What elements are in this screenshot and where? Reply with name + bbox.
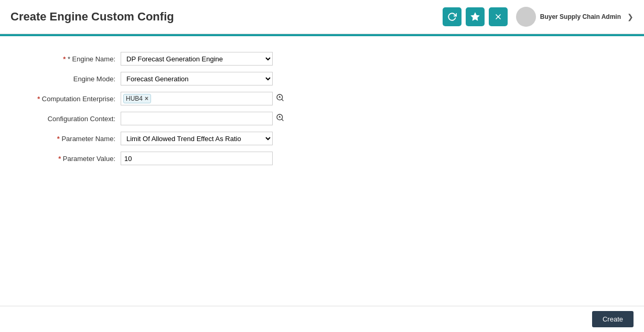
svg-line-8 xyxy=(282,119,283,121)
header-actions: Buyer Supply Chain Admin ❯ xyxy=(443,7,634,27)
computation-enterprise-row: * Computation Enterprise: HUB4 × xyxy=(21,92,294,105)
svg-line-4 xyxy=(282,99,283,101)
configuration-context-search-button[interactable] xyxy=(274,113,286,124)
engine-mode-row: Engine Mode: Forecast Generation xyxy=(21,72,294,85)
svg-marker-0 xyxy=(471,13,479,20)
refresh-button[interactable] xyxy=(443,7,461,26)
hub4-tag-remove[interactable]: × xyxy=(145,95,148,102)
parameter-name-label: * Parameter Name: xyxy=(21,135,121,143)
engine-name-select[interactable]: DP Forecast Generation Engine xyxy=(121,52,273,66)
configuration-context-row: Configuration Context: xyxy=(21,112,294,125)
page-header: Create Engine Custom Config Buyer Supply… xyxy=(0,0,644,34)
configuration-context-label: Configuration Context: xyxy=(21,115,121,123)
computation-enterprise-text-input[interactable] xyxy=(153,95,270,103)
parameter-name-select[interactable]: Limit Of Allowed Trend Effect As Ratio xyxy=(121,132,273,145)
parameter-value-row: * Parameter Value: xyxy=(21,152,294,165)
user-name: Buyer Supply Chain Admin xyxy=(540,13,621,20)
main-content: * * Engine Name: DP Forecast Generation … xyxy=(0,36,644,187)
user-dropdown-arrow[interactable]: ❯ xyxy=(627,13,634,21)
avatar xyxy=(516,7,536,27)
engine-mode-label: Engine Mode: xyxy=(21,75,121,83)
computation-enterprise-label: * Computation Enterprise: xyxy=(21,95,121,103)
parameter-name-row: * Parameter Name: Limit Of Allowed Trend… xyxy=(21,132,294,145)
star-button[interactable] xyxy=(466,7,485,26)
engine-name-row: * * Engine Name: DP Forecast Generation … xyxy=(21,52,294,66)
engine-name-label: * * Engine Name: xyxy=(21,55,121,63)
required-marker: * xyxy=(63,55,68,63)
user-section: Buyer Supply Chain Admin ❯ xyxy=(516,7,634,27)
parameter-value-input[interactable] xyxy=(121,152,273,165)
close-button[interactable] xyxy=(489,7,508,26)
configuration-context-text-input[interactable] xyxy=(123,115,270,123)
user-info: Buyer Supply Chain Admin xyxy=(540,13,621,20)
parameter-value-label: * Parameter Value: xyxy=(21,155,121,163)
configuration-context-input-wrapper[interactable] xyxy=(121,112,273,125)
computation-enterprise-search-button[interactable] xyxy=(274,93,286,104)
form: * * Engine Name: DP Forecast Generation … xyxy=(21,52,294,165)
hub4-tag: HUB4 × xyxy=(123,94,151,103)
page-title: Create Engine Custom Config xyxy=(10,10,174,24)
computation-enterprise-input[interactable]: HUB4 × xyxy=(121,92,273,105)
engine-mode-select[interactable]: Forecast Generation xyxy=(121,72,273,85)
